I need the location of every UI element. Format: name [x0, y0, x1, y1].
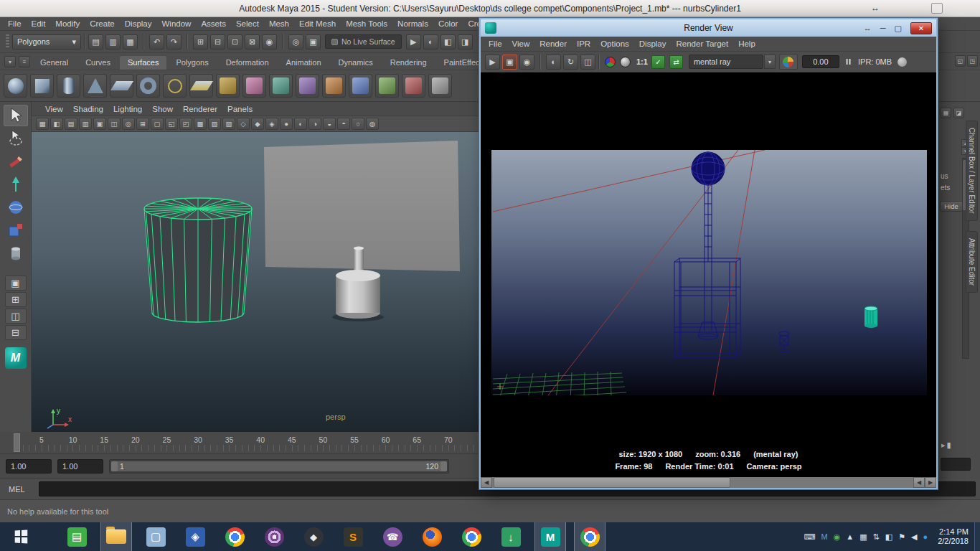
nurbs-sphere-button[interactable]: [4, 74, 27, 98]
safe-action[interactable]: ▧: [208, 118, 221, 130]
exposure-field[interactable]: 0.00: [802, 55, 839, 68]
scroll-left-icon[interactable]: ◀: [913, 477, 925, 488]
panel-menu-panels[interactable]: Panels: [222, 105, 258, 113]
film-gate[interactable]: ▢: [151, 118, 164, 130]
refresh-ipr-image[interactable]: ↻: [563, 55, 578, 70]
safe-title[interactable]: ▨: [222, 118, 235, 130]
revolve-button[interactable]: [216, 74, 240, 98]
tray-app-m[interactable]: M: [821, 533, 827, 541]
nurbs-torus-button[interactable]: [136, 74, 160, 98]
shelf-tab-polygons[interactable]: Polygons: [168, 56, 216, 70]
screen-space-ao[interactable]: ◑: [308, 118, 321, 130]
select-tool[interactable]: [4, 105, 28, 126]
rv-menu-display[interactable]: Display: [634, 39, 672, 48]
show-ui-elements-toggle[interactable]: ◱: [955, 55, 966, 67]
snap-to-view-plane[interactable]: ⊠: [245, 34, 260, 50]
rv-menu-file[interactable]: File: [484, 39, 507, 48]
construction-history[interactable]: ◎: [288, 34, 303, 50]
update-ipr-region[interactable]: ◫: [580, 55, 595, 70]
nurbs-circle-button[interactable]: [163, 74, 187, 98]
planar-button[interactable]: [269, 74, 293, 98]
menu-edit-mesh[interactable]: Edit Mesh: [294, 19, 341, 28]
birail-button[interactable]: [322, 74, 346, 98]
camera-attributes[interactable]: ▤: [65, 118, 77, 130]
make-live[interactable]: ◉: [262, 34, 277, 50]
tray-app-swirl[interactable]: ◉: [834, 533, 841, 541]
renderer-dropdown[interactable]: mental ray: [689, 55, 763, 69]
taskbar-clock[interactable]: 2:14 PM 2/2/2018: [938, 527, 969, 546]
lock-camera[interactable]: ◧: [50, 118, 63, 130]
nurbs-square-button[interactable]: [189, 74, 213, 98]
range-track[interactable]: 1 120: [109, 459, 449, 474]
range-handle[interactable]: [111, 461, 447, 471]
ipr-render-current-frame[interactable]: ◐: [546, 55, 561, 70]
isolate-select[interactable]: ◍: [366, 118, 379, 130]
photos-ball[interactable]: [456, 522, 487, 551]
render-canvas[interactable]: size: 1920 x 1080zoom: 0.316(mental ray)…: [481, 72, 936, 488]
layout-four-pane[interactable]: ⊞: [5, 292, 27, 307]
lasso-tool[interactable]: [4, 128, 28, 149]
rendered-image[interactable]: [491, 150, 927, 395]
motion-blur[interactable]: ◒: [323, 118, 336, 130]
maya[interactable]: M: [534, 522, 566, 551]
selected-nurbs-cylinder[interactable]: [144, 198, 252, 322]
wireframe-mode[interactable]: ◇: [237, 118, 250, 130]
mel-label[interactable]: MEL: [0, 485, 34, 494]
bevel-plus-button[interactable]: [402, 74, 425, 98]
shaded-mode[interactable]: ◆: [251, 118, 264, 130]
xray-mode[interactable]: ○: [352, 118, 364, 130]
app-window[interactable]: ▢: [140, 522, 171, 551]
scrollbar-track[interactable]: [730, 477, 913, 488]
oversampling[interactable]: ◎: [122, 118, 135, 130]
frame-field-partial[interactable]: [941, 458, 971, 471]
start-button[interactable]: [4, 522, 37, 551]
open-render-view[interactable]: ▣: [306, 34, 321, 50]
volume-icon[interactable]: ◀: [911, 533, 917, 541]
keep-image[interactable]: ✓: [651, 55, 665, 69]
playback-controls-partial[interactable]: ▸▮: [941, 441, 953, 450]
sublime-text[interactable]: S: [337, 522, 369, 551]
resize-arrows-icon[interactable]: ↔: [864, 24, 872, 32]
layout-split-pane[interactable]: ⊟: [5, 325, 27, 340]
rv-menu-render-target[interactable]: Render Target: [672, 39, 734, 48]
bevel-button[interactable]: [375, 74, 399, 98]
undo[interactable]: ↶: [149, 34, 164, 50]
rgb-channels-icon[interactable]: [605, 57, 616, 67]
render-settings-button[interactable]: [779, 54, 798, 70]
layout-two-pane[interactable]: ◫: [5, 309, 27, 324]
shelf-tab-curves[interactable]: Curves: [77, 56, 118, 70]
app-blue[interactable]: ◈: [179, 522, 211, 551]
hide-ui-elements-toggle[interactable]: ◳: [967, 55, 978, 67]
move-tool[interactable]: [4, 174, 28, 195]
panel-menu-shading[interactable]: Shading: [68, 105, 108, 113]
paint-selection-tool[interactable]: [4, 151, 28, 172]
select-camera[interactable]: ▦: [36, 118, 49, 130]
layout-single-pane[interactable]: ▣: [5, 276, 27, 291]
bookmarks[interactable]: ▥: [79, 118, 92, 130]
ipr-render[interactable]: ◐: [423, 34, 438, 50]
network-icon[interactable]: ◧: [885, 533, 892, 541]
nurbs-plane-button[interactable]: [110, 74, 133, 98]
resize-arrows-icon[interactable]: ↔: [871, 3, 880, 13]
menu-select[interactable]: Select: [231, 19, 264, 28]
close-button[interactable]: ✕: [910, 22, 932, 34]
textured-mode[interactable]: ◈: [265, 118, 278, 130]
alpha-channel-icon[interactable]: [620, 57, 631, 67]
render-view-titlebar[interactable]: Render View ↔ ─ ▢ ✕: [481, 19, 936, 37]
snap-to-grid[interactable]: ⊞: [193, 34, 208, 50]
rv-menu-render[interactable]: Render: [534, 39, 572, 48]
open-scene[interactable]: ▥: [105, 34, 121, 50]
firefox[interactable]: [416, 522, 448, 551]
nurbs-cylinder-button[interactable]: [57, 74, 80, 98]
current-frame-marker[interactable]: [14, 433, 20, 452]
menu-file[interactable]: File: [3, 19, 27, 28]
rv-menu-ipr[interactable]: IPR: [572, 39, 595, 48]
panel-menu-view[interactable]: View: [40, 105, 68, 113]
menu-edit[interactable]: Edit: [27, 19, 51, 28]
rv-menu-options[interactable]: Options: [595, 39, 634, 48]
menu-set-dropdown[interactable]: Polygons ▾: [12, 34, 81, 50]
shelf-tab-dynamics[interactable]: Dynamics: [331, 56, 381, 70]
file-explorer[interactable]: [100, 522, 132, 551]
shelf-tab-general[interactable]: General: [32, 56, 76, 70]
use-all-lights[interactable]: ●: [280, 118, 293, 130]
